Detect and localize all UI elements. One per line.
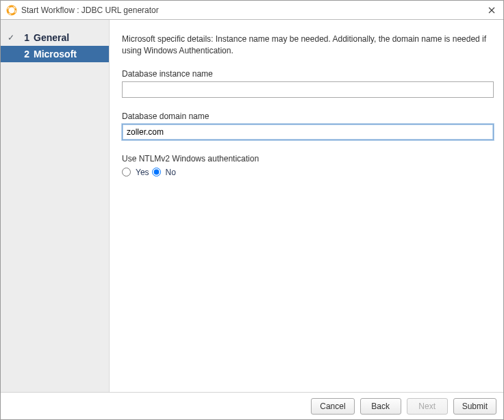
ntlm-field: Use NTLMv2 Windows authentication Yes No [122, 154, 494, 177]
cancel-button[interactable]: Cancel [311, 398, 354, 415]
wizard-steps-sidebar: 1 General 2 Microsoft [1, 20, 110, 392]
submit-button[interactable]: Submit [453, 398, 496, 415]
instance-name-label: Database instance name [122, 69, 494, 79]
wizard-main-panel: Microsoft specific details: Instance nam… [110, 20, 503, 392]
dialog-body: 1 General 2 Microsoft Microsoft specific… [1, 20, 503, 392]
ntlm-radio-no-input[interactable] [152, 168, 161, 176]
step-description: Microsoft specific details: Instance nam… [122, 34, 494, 57]
ntlm-radio-yes[interactable]: Yes [122, 168, 149, 177]
step-label: Microsoft [34, 49, 77, 60]
ntlm-radio-no-label: No [166, 168, 176, 177]
instance-name-input[interactable] [122, 81, 494, 98]
close-icon[interactable] [486, 4, 498, 16]
app-logo-icon [6, 5, 17, 16]
domain-name-input[interactable] [122, 124, 494, 140]
ntlm-radio-yes-input[interactable] [122, 168, 131, 176]
ntlm-radio-no[interactable]: No [152, 168, 176, 177]
wizard-step-general[interactable]: 1 General [1, 29, 109, 46]
titlebar: Start Workflow : JDBC URL generator [1, 1, 503, 20]
next-button: Next [407, 398, 448, 415]
step-label: General [34, 32, 69, 43]
step-number: 2 [20, 49, 29, 60]
back-button[interactable]: Back [360, 398, 401, 415]
domain-name-field: Database domain name [122, 111, 494, 140]
instance-name-field: Database instance name [122, 69, 494, 98]
window-title: Start Workflow : JDBC URL generator [21, 5, 486, 15]
check-icon [8, 33, 20, 42]
ntlm-radio-yes-label: Yes [136, 168, 149, 177]
step-number: 1 [20, 32, 29, 43]
wizard-step-microsoft[interactable]: 2 Microsoft [1, 46, 109, 62]
ntlm-label: Use NTLMv2 Windows authentication [122, 154, 494, 163]
wizard-footer: Cancel Back Next Submit [1, 392, 503, 419]
domain-name-label: Database domain name [122, 111, 494, 121]
